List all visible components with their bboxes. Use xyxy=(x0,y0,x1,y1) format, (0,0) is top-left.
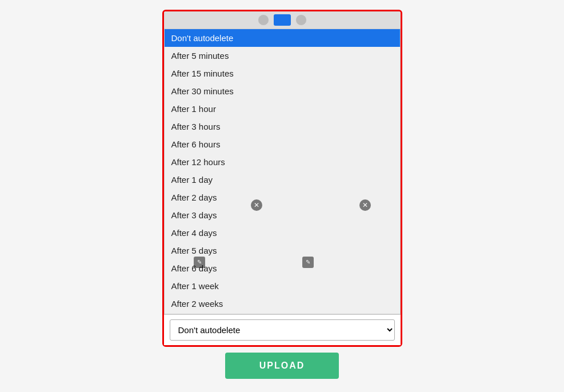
list-item[interactable]: After 1 week xyxy=(165,277,400,295)
list-item[interactable]: After 3 weeks xyxy=(165,313,400,314)
autodelete-options-list[interactable]: Don't autodeleteAfter 5 minutesAfter 15 … xyxy=(164,29,401,314)
list-item[interactable]: After 3 hours xyxy=(165,118,400,135)
options-list-wrapper: Don't autodeleteAfter 5 minutesAfter 15 … xyxy=(164,29,401,314)
upload-button[interactable]: UPLOAD xyxy=(225,353,339,379)
list-item[interactable]: After 2 weeks xyxy=(165,295,400,313)
list-item[interactable]: After 4 days xyxy=(165,224,400,242)
bottom-select-row: Don't autodeleteAfter 5 minutesAfter 15 … xyxy=(164,314,401,345)
list-item[interactable]: After 1 day xyxy=(165,171,400,189)
autodelete-dialog: Don't autodeleteAfter 5 minutesAfter 15 … xyxy=(162,10,402,382)
list-item[interactable]: After 30 minutes xyxy=(165,82,400,100)
list-item[interactable]: After 1 hour xyxy=(165,100,400,118)
dialog-top-bar xyxy=(164,11,401,29)
list-item[interactable]: Don't autodelete xyxy=(165,29,400,47)
dialog-overlay: Don't autodeleteAfter 5 minutesAfter 15 … xyxy=(0,0,564,392)
list-item[interactable]: After 12 hours xyxy=(165,153,400,171)
dialog-top-dot-2 xyxy=(295,14,307,26)
upload-button-wrapper: UPLOAD xyxy=(162,347,402,382)
close-image-2-button[interactable]: ✕ xyxy=(359,199,371,211)
autodelete-select[interactable]: Don't autodeleteAfter 5 minutesAfter 15 … xyxy=(170,319,395,341)
list-item[interactable]: After 6 hours xyxy=(165,135,400,153)
close-image-1-button[interactable]: ✕ xyxy=(251,199,262,211)
edit-image-2-button[interactable]: ✎ xyxy=(302,257,314,268)
dialog-top-dot-1 xyxy=(258,14,269,26)
list-item[interactable]: After 15 minutes xyxy=(165,65,400,82)
edit-image-1-button[interactable]: ✎ xyxy=(194,257,205,268)
list-item[interactable]: After 5 minutes xyxy=(165,47,400,65)
dialog-box: Don't autodeleteAfter 5 minutesAfter 15 … xyxy=(162,10,402,347)
dialog-top-rect xyxy=(274,14,291,26)
